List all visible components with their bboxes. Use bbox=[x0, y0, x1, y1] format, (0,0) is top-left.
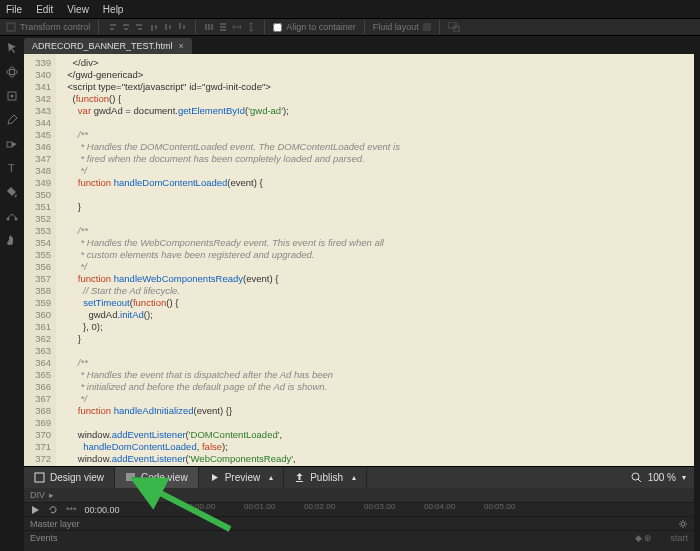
code-content[interactable]: </div> </gwd-genericad> <script type="te… bbox=[56, 54, 694, 466]
zoom-value: 100 % bbox=[648, 472, 676, 483]
file-tab[interactable]: ADRECORD_BANNER_TEST.html × bbox=[24, 38, 192, 54]
element-tool-icon[interactable] bbox=[6, 90, 18, 102]
zoom-control[interactable]: 100 % ▾ bbox=[623, 472, 694, 483]
gear-icon[interactable] bbox=[678, 519, 688, 529]
code-view-button[interactable]: Code view bbox=[115, 467, 199, 488]
svg-rect-4 bbox=[220, 23, 226, 25]
toolbar: Transform control Align to container Flu… bbox=[0, 18, 700, 36]
align-top-icon[interactable] bbox=[149, 22, 159, 32]
svg-rect-2 bbox=[208, 24, 210, 30]
tag-tool-icon[interactable] bbox=[6, 138, 18, 150]
svg-rect-18 bbox=[35, 473, 44, 482]
transform-control[interactable]: Transform control bbox=[6, 22, 90, 32]
match-width-icon[interactable] bbox=[232, 22, 242, 32]
align-left-icon[interactable] bbox=[107, 22, 117, 32]
align-right-icon[interactable] bbox=[135, 22, 145, 32]
hand-tool-icon[interactable] bbox=[6, 234, 18, 246]
chevron-down-icon[interactable]: ▾ bbox=[682, 473, 686, 482]
preview-button[interactable]: Preview ▴ bbox=[199, 467, 285, 488]
tabbar: ADRECORD_BANNER_TEST.html × bbox=[24, 36, 192, 54]
responsive-icon[interactable] bbox=[448, 22, 460, 32]
rotate-3d-tool-icon[interactable] bbox=[6, 66, 18, 78]
timeline-master-layer[interactable]: Master layer bbox=[24, 516, 694, 530]
svg-point-17 bbox=[15, 218, 18, 221]
menu-file[interactable]: File bbox=[6, 4, 22, 15]
align-bottom-icon[interactable] bbox=[177, 22, 187, 32]
align-center-h-icon[interactable] bbox=[121, 22, 131, 32]
chevron-up-icon[interactable]: ▴ bbox=[352, 473, 356, 482]
timeline-panel: DIV ▸ *** 00:00.00 00:00.0000:01.0000:02… bbox=[24, 488, 694, 551]
file-tab-label: ADRECORD_BANNER_TEST.html bbox=[32, 41, 173, 51]
svg-rect-0 bbox=[7, 23, 15, 31]
publish-button[interactable]: Publish ▴ bbox=[284, 467, 367, 488]
viewbar: Design view Code view Preview ▴ Publish … bbox=[24, 466, 694, 488]
text-tool-icon[interactable]: T bbox=[6, 162, 18, 174]
distribute-h-icon[interactable] bbox=[204, 22, 214, 32]
align-middle-icon[interactable] bbox=[163, 22, 173, 32]
svg-point-11 bbox=[10, 67, 15, 77]
fill-tool-icon[interactable] bbox=[6, 186, 18, 198]
chevron-up-icon[interactable]: ▴ bbox=[269, 473, 273, 482]
svg-point-10 bbox=[7, 70, 17, 75]
menu-help[interactable]: Help bbox=[103, 4, 124, 15]
timeline-ruler[interactable]: 00:00.0000:01.0000:02.0000:03.0000:04.00… bbox=[184, 502, 694, 516]
match-height-icon[interactable] bbox=[246, 22, 256, 32]
pen-tool-icon[interactable] bbox=[6, 114, 18, 126]
svg-rect-7 bbox=[423, 23, 431, 31]
close-icon[interactable]: × bbox=[179, 41, 184, 51]
selection-tool-icon[interactable] bbox=[6, 42, 18, 54]
line-gutter: 3393403413423433443453463473483493503513… bbox=[24, 54, 56, 466]
keyframe-dots: *** bbox=[66, 505, 77, 515]
svg-point-13 bbox=[11, 95, 14, 98]
svg-rect-5 bbox=[220, 26, 226, 28]
code-editor[interactable]: 3393403413423433443453463473483493503513… bbox=[24, 54, 694, 466]
menubar: File Edit View Help bbox=[0, 0, 700, 18]
align-container-checkbox bbox=[273, 23, 282, 32]
menu-edit[interactable]: Edit bbox=[36, 4, 53, 15]
fluid-layout[interactable]: Fluid layout bbox=[373, 22, 431, 32]
svg-rect-14 bbox=[7, 142, 12, 147]
align-to-container[interactable]: Align to container bbox=[273, 22, 356, 32]
menu-view[interactable]: View bbox=[67, 4, 89, 15]
timeline-events-layer[interactable]: Events ◆ ⊕ start bbox=[24, 530, 694, 544]
svg-point-19 bbox=[632, 473, 639, 480]
design-view-button[interactable]: Design view bbox=[24, 467, 115, 488]
play-icon[interactable] bbox=[30, 505, 40, 515]
zoom-icon bbox=[631, 472, 642, 483]
svg-text:T: T bbox=[8, 162, 15, 174]
svg-point-20 bbox=[681, 522, 685, 526]
timeline-breadcrumb[interactable]: DIV ▸ bbox=[24, 488, 694, 502]
motion-path-tool-icon[interactable] bbox=[6, 210, 18, 222]
svg-rect-6 bbox=[220, 29, 226, 31]
loop-icon[interactable] bbox=[48, 505, 58, 515]
left-toolbar: T bbox=[0, 36, 24, 466]
timeline-time: 00:00.00 bbox=[85, 505, 120, 515]
svg-rect-1 bbox=[205, 24, 207, 30]
svg-rect-8 bbox=[448, 22, 456, 28]
distribute-v-icon[interactable] bbox=[218, 22, 228, 32]
svg-rect-3 bbox=[211, 24, 213, 30]
svg-point-16 bbox=[7, 218, 10, 221]
